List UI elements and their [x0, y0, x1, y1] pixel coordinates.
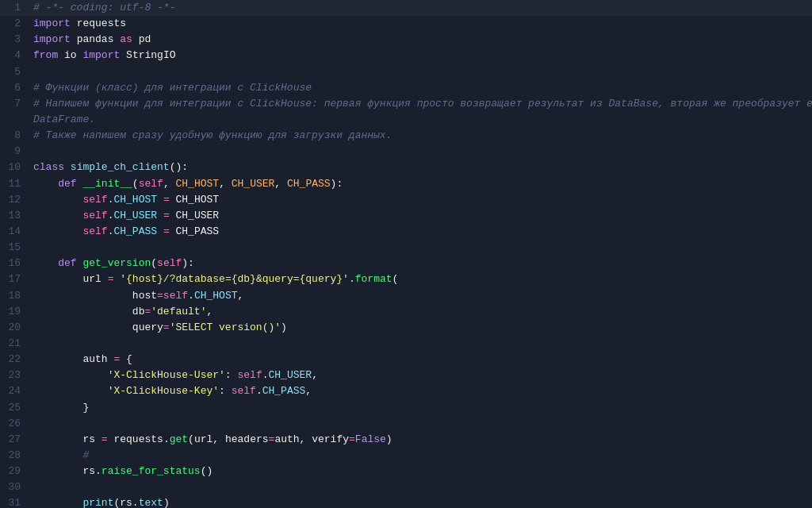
line-code-15 — [30, 240, 812, 256]
line-20: 20 query='SELECT version()') — [0, 320, 812, 336]
line-26: 26 — [0, 416, 812, 432]
line-num-29: 29 — [0, 464, 30, 479]
line-num-15: 15 — [0, 240, 30, 256]
line-num-25: 25 — [0, 400, 30, 416]
line-code-24: 'X-ClickHouse-Key': self.CH_PASS, — [30, 383, 812, 399]
line-code-18: host=self.CH_HOST, — [30, 288, 812, 304]
line-2: 2 import requests — [0, 16, 812, 32]
line-num-24: 24 — [0, 383, 30, 399]
line-16: 16 def get_version(self): — [0, 256, 812, 271]
line-14: 14 self.CH_PASS = CH_PASS — [0, 224, 812, 240]
line-5: 5 — [0, 64, 812, 80]
line-num-16: 16 — [0, 256, 30, 271]
line-25: 25 } — [0, 400, 812, 416]
line-3: 3 import pandas as pd — [0, 32, 812, 48]
line-code-1: # -*- coding: utf-8 -*- — [30, 0, 812, 16]
line-num-12: 12 — [0, 192, 30, 208]
line-18: 18 host=self.CH_HOST, — [0, 288, 812, 304]
line-num-23: 23 — [0, 368, 30, 383]
line-num-3: 3 — [0, 32, 30, 48]
line-7: 7 # Напишем функции для интеграции с Cli… — [0, 96, 812, 112]
code-editor: 1 # -*- coding: utf-8 -*- 2 import reque… — [0, 0, 812, 508]
line-9: 9 — [0, 144, 812, 160]
line-code-6: # Функции (класс) для интеграции с Click… — [30, 80, 812, 96]
line-code-10: class simple_ch_client(): — [30, 160, 812, 175]
line-29: 29 rs.raise_for_status() — [0, 464, 812, 479]
line-num-4: 4 — [0, 48, 30, 64]
line-22: 22 auth = { — [0, 352, 812, 368]
line-17: 17 url = '{host}/?database={db}&query={q… — [0, 271, 812, 287]
line-num-5: 5 — [0, 64, 30, 80]
line-num-31: 31 — [0, 495, 30, 508]
line-num-14: 14 — [0, 224, 30, 240]
line-num-8: 8 — [0, 128, 30, 144]
line-code-21 — [30, 336, 812, 352]
line-4: 4 from io import StringIO — [0, 48, 812, 64]
line-num-10: 10 — [0, 160, 30, 175]
line-num-27: 27 — [0, 432, 30, 448]
code-table: 1 # -*- coding: utf-8 -*- 2 import reque… — [0, 0, 812, 508]
line-code-16: def get_version(self): — [30, 256, 812, 271]
line-num-18: 18 — [0, 288, 30, 304]
line-code-4: from io import StringIO — [30, 48, 812, 64]
line-code-17: url = '{host}/?database={db}&query={quer… — [30, 271, 812, 287]
line-code-13: self.CH_USER = CH_USER — [30, 208, 812, 224]
line-28: 28 # — [0, 448, 812, 464]
line-num-2: 2 — [0, 16, 30, 32]
line-10: 10 class simple_ch_client(): — [0, 160, 812, 175]
line-code-30 — [30, 479, 812, 495]
line-code-12: self.CH_HOST = CH_HOST — [30, 192, 812, 208]
line-num-26: 26 — [0, 416, 30, 432]
line-code-2: import requests — [30, 16, 812, 32]
line-code-23: 'X-ClickHouse-User': self.CH_USER, — [30, 368, 812, 383]
line-num-22: 22 — [0, 352, 30, 368]
line-code-25: } — [30, 400, 812, 416]
line-code-28: # — [30, 448, 812, 464]
line-31: 31 print(rs.text) — [0, 495, 812, 508]
line-21: 21 — [0, 336, 812, 352]
line-num-11: 11 — [0, 176, 30, 192]
line-12: 12 self.CH_HOST = CH_HOST — [0, 192, 812, 208]
line-code-9 — [30, 144, 812, 160]
line-code-8: # Также напишем сразу удобную функцию дл… — [30, 128, 812, 144]
line-19: 19 db='default', — [0, 304, 812, 320]
line-code-20: query='SELECT version()') — [30, 320, 812, 336]
line-num-1: 1 — [0, 0, 30, 16]
line-code-27: rs = requests.get(url, headers=auth, ver… — [30, 432, 812, 448]
line-1: 1 # -*- coding: utf-8 -*- — [0, 0, 812, 16]
line-num-6: 6 — [0, 80, 30, 96]
line-code-31: print(rs.text) — [30, 495, 812, 508]
line-27: 27 rs = requests.get(url, headers=auth, … — [0, 432, 812, 448]
line-code-7: # Напишем функции для интеграции с Click… — [30, 96, 812, 112]
line-num-28: 28 — [0, 448, 30, 464]
line-num-21: 21 — [0, 336, 30, 352]
line-code-5 — [30, 64, 812, 80]
line-num-7: 7 — [0, 96, 30, 112]
line-13: 13 self.CH_USER = CH_USER — [0, 208, 812, 224]
line-7b: DataFrame. — [0, 112, 812, 128]
line-15: 15 — [0, 240, 812, 256]
line-30: 30 — [0, 479, 812, 495]
line-num-17: 17 — [0, 271, 30, 287]
line-num-19: 19 — [0, 304, 30, 320]
line-num-20: 20 — [0, 320, 30, 336]
line-code-29: rs.raise_for_status() — [30, 464, 812, 479]
line-num-7b — [0, 112, 30, 128]
line-code-26 — [30, 416, 812, 432]
line-24: 24 'X-ClickHouse-Key': self.CH_PASS, — [0, 383, 812, 399]
line-num-13: 13 — [0, 208, 30, 224]
line-code-14: self.CH_PASS = CH_PASS — [30, 224, 812, 240]
line-23: 23 'X-ClickHouse-User': self.CH_USER, — [0, 368, 812, 383]
line-code-3: import pandas as pd — [30, 32, 812, 48]
line-code-11: def __init__(self, CH_HOST, CH_USER, CH_… — [30, 176, 812, 192]
line-code-19: db='default', — [30, 304, 812, 320]
line-11: 11 def __init__(self, CH_HOST, CH_USER, … — [0, 176, 812, 192]
line-8: 8 # Также напишем сразу удобную функцию … — [0, 128, 812, 144]
line-num-9: 9 — [0, 144, 30, 160]
line-6: 6 # Функции (класс) для интеграции с Cli… — [0, 80, 812, 96]
line-code-22: auth = { — [30, 352, 812, 368]
line-num-30: 30 — [0, 479, 30, 495]
line-code-7b: DataFrame. — [30, 112, 812, 128]
